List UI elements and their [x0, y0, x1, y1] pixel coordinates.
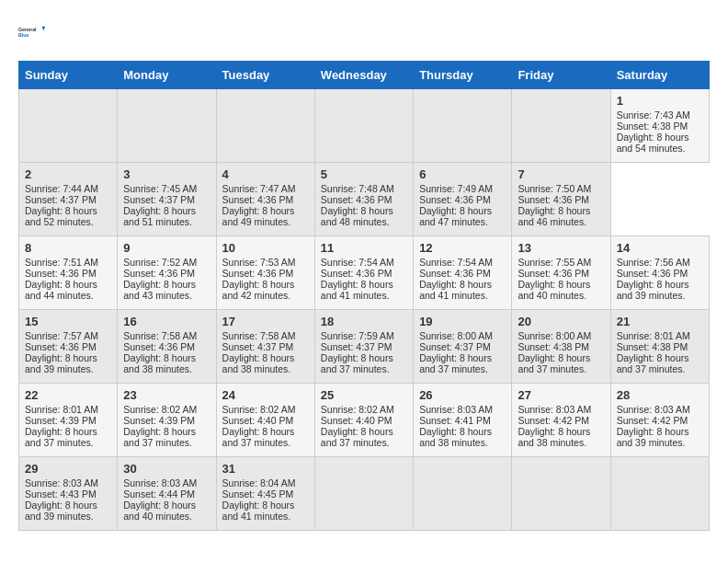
day-number: 4 — [222, 167, 309, 181]
day-number: 10 — [222, 241, 309, 255]
sunrise-text: Sunrise: 7:51 AM — [25, 257, 111, 268]
day-number: 16 — [123, 315, 210, 328]
sunset-text: Sunset: 4:36 PM — [518, 194, 604, 205]
daylight-text: Daylight: 8 hours and 37 minutes. — [518, 352, 604, 374]
sunset-text: Sunset: 4:36 PM — [321, 194, 407, 205]
day-number: 29 — [25, 462, 111, 476]
logo-icon: GeneralBlue — [18, 18, 46, 46]
day-number: 15 — [25, 315, 111, 328]
calendar-cell — [512, 457, 610, 531]
daylight-text: Daylight: 8 hours and 40 minutes. — [518, 279, 604, 301]
sunset-text: Sunset: 4:38 PM — [617, 121, 703, 132]
daylight-text: Daylight: 8 hours and 54 minutes. — [617, 132, 703, 154]
day-number: 6 — [419, 167, 506, 181]
daylight-text: Daylight: 8 hours and 46 minutes. — [518, 205, 604, 227]
sunrise-text: Sunrise: 8:01 AM — [617, 330, 703, 341]
sunrise-text: Sunrise: 7:45 AM — [123, 183, 210, 194]
calendar-body: 1Sunrise: 7:43 AMSunset: 4:38 PMDaylight… — [19, 89, 710, 531]
day-header-tuesday: Tuesday — [216, 62, 314, 89]
day-number: 24 — [222, 388, 309, 402]
daylight-text: Daylight: 8 hours and 39 minutes. — [25, 500, 111, 522]
sunrise-text: Sunrise: 8:01 AM — [25, 404, 111, 415]
day-number: 12 — [419, 241, 506, 255]
day-header-sunday: Sunday — [19, 62, 118, 89]
daylight-text: Daylight: 8 hours and 37 minutes. — [123, 426, 210, 448]
calendar-cell: 7Sunrise: 7:50 AMSunset: 4:36 PMDaylight… — [512, 163, 610, 236]
sunrise-text: Sunrise: 7:48 AM — [321, 183, 407, 194]
week-row-2: 2Sunrise: 7:44 AMSunset: 4:37 PMDaylight… — [19, 163, 710, 236]
day-number: 1 — [617, 94, 703, 108]
calendar-cell — [414, 457, 512, 531]
sunrise-text: Sunrise: 8:02 AM — [123, 404, 210, 415]
sunrise-text: Sunrise: 8:00 AM — [518, 330, 604, 341]
daylight-text: Daylight: 8 hours and 40 minutes. — [123, 500, 210, 522]
calendar-cell — [118, 89, 216, 163]
daylight-text: Daylight: 8 hours and 41 minutes. — [222, 500, 309, 522]
sunset-text: Sunset: 4:36 PM — [518, 268, 604, 279]
daylight-text: Daylight: 8 hours and 43 minutes. — [123, 279, 210, 301]
day-header-monday: Monday — [118, 62, 216, 89]
sunrise-text: Sunrise: 7:54 AM — [419, 257, 506, 268]
calendar-cell: 25Sunrise: 8:02 AMSunset: 4:40 PMDayligh… — [314, 384, 413, 457]
sunset-text: Sunset: 4:38 PM — [518, 341, 604, 352]
calendar-cell: 28Sunrise: 8:03 AMSunset: 4:42 PMDayligh… — [610, 384, 709, 457]
calendar-cell: 8Sunrise: 7:51 AMSunset: 4:36 PMDaylight… — [19, 236, 118, 310]
sunset-text: Sunset: 4:36 PM — [419, 268, 506, 279]
daylight-text: Daylight: 8 hours and 48 minutes. — [321, 205, 407, 227]
calendar-cell — [512, 89, 610, 163]
daylight-text: Daylight: 8 hours and 38 minutes. — [419, 426, 506, 448]
sunset-text: Sunset: 4:42 PM — [518, 415, 604, 426]
daylight-text: Daylight: 8 hours and 39 minutes. — [617, 426, 703, 448]
calendar-cell: 15Sunrise: 7:57 AMSunset: 4:36 PMDayligh… — [19, 310, 118, 384]
sunset-text: Sunset: 4:37 PM — [222, 341, 309, 352]
calendar-cell: 2Sunrise: 7:44 AMSunset: 4:37 PMDaylight… — [19, 163, 118, 236]
daylight-text: Daylight: 8 hours and 37 minutes. — [222, 426, 309, 448]
sunrise-text: Sunrise: 8:03 AM — [123, 477, 210, 488]
calendar-cell: 4Sunrise: 7:47 AMSunset: 4:36 PMDaylight… — [216, 163, 314, 236]
daylight-text: Daylight: 8 hours and 44 minutes. — [25, 279, 111, 301]
day-number: 28 — [617, 388, 703, 402]
day-number: 25 — [321, 388, 407, 402]
calendar-cell: 29Sunrise: 8:03 AMSunset: 4:43 PMDayligh… — [19, 457, 118, 531]
day-header-friday: Friday — [512, 62, 610, 89]
daylight-text: Daylight: 8 hours and 51 minutes. — [123, 205, 210, 227]
sunset-text: Sunset: 4:41 PM — [419, 415, 506, 426]
sunrise-text: Sunrise: 7:53 AM — [222, 257, 309, 268]
calendar-cell: 31Sunrise: 8:04 AMSunset: 4:45 PMDayligh… — [216, 457, 314, 531]
calendar-cell: 30Sunrise: 8:03 AMSunset: 4:44 PMDayligh… — [118, 457, 216, 531]
svg-text:Blue: Blue — [18, 32, 28, 38]
day-number: 13 — [518, 241, 604, 255]
sunrise-text: Sunrise: 7:58 AM — [222, 330, 309, 341]
daylight-text: Daylight: 8 hours and 38 minutes. — [518, 426, 604, 448]
daylight-text: Daylight: 8 hours and 37 minutes. — [617, 352, 703, 374]
calendar-cell — [314, 457, 413, 531]
sunset-text: Sunset: 4:40 PM — [321, 415, 407, 426]
sunset-text: Sunset: 4:36 PM — [419, 194, 506, 205]
day-number: 27 — [518, 388, 604, 402]
sunrise-text: Sunrise: 7:49 AM — [419, 183, 506, 194]
daylight-text: Daylight: 8 hours and 41 minutes. — [321, 279, 407, 301]
calendar-cell: 22Sunrise: 8:01 AMSunset: 4:39 PMDayligh… — [19, 384, 118, 457]
week-row-5: 22Sunrise: 8:01 AMSunset: 4:39 PMDayligh… — [19, 384, 710, 457]
sunrise-text: Sunrise: 8:03 AM — [518, 404, 604, 415]
daylight-text: Daylight: 8 hours and 41 minutes. — [419, 279, 506, 301]
sunrise-text: Sunrise: 7:56 AM — [617, 257, 703, 268]
calendar-cell: 18Sunrise: 7:59 AMSunset: 4:37 PMDayligh… — [314, 310, 413, 384]
sunset-text: Sunset: 4:37 PM — [321, 341, 407, 352]
daylight-text: Daylight: 8 hours and 39 minutes. — [25, 352, 111, 374]
sunrise-text: Sunrise: 7:47 AM — [222, 183, 309, 194]
calendar-cell: 20Sunrise: 8:00 AMSunset: 4:38 PMDayligh… — [512, 310, 610, 384]
calendar-cell: 24Sunrise: 8:02 AMSunset: 4:40 PMDayligh… — [216, 384, 314, 457]
day-number: 21 — [617, 315, 703, 328]
week-row-4: 15Sunrise: 7:57 AMSunset: 4:36 PMDayligh… — [19, 310, 710, 384]
sunset-text: Sunset: 4:45 PM — [222, 488, 309, 500]
calendar-cell: 3Sunrise: 7:45 AMSunset: 4:37 PMDaylight… — [118, 163, 216, 236]
calendar-cell: 14Sunrise: 7:56 AMSunset: 4:36 PMDayligh… — [610, 236, 709, 310]
svg-text:General: General — [18, 27, 37, 32]
calendar-cell — [216, 89, 314, 163]
day-number: 17 — [222, 315, 309, 328]
day-number: 8 — [25, 241, 111, 255]
sunset-text: Sunset: 4:43 PM — [25, 488, 111, 500]
sunset-text: Sunset: 4:38 PM — [617, 341, 703, 352]
sunrise-text: Sunrise: 8:04 AM — [222, 477, 309, 488]
